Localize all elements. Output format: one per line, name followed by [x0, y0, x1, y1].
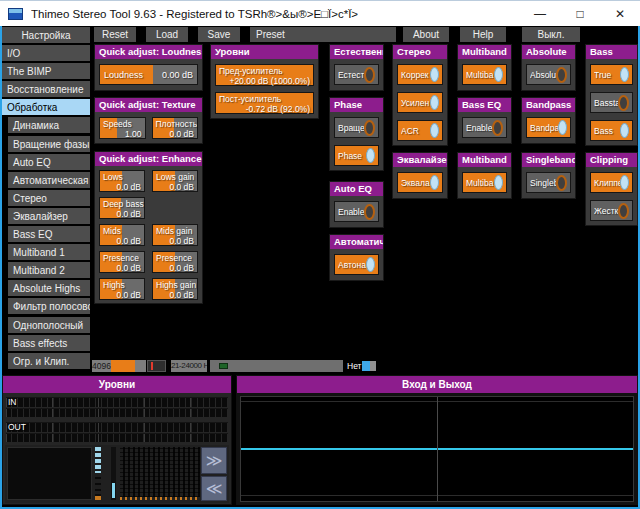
toggle-knob [618, 203, 629, 219]
window-controls: — □ ✕ [520, 1, 640, 26]
lows-gain-slider[interactable]: Lows gain 0.0 dB [152, 170, 198, 192]
scroll-right-button[interactable]: ≫ [201, 447, 227, 474]
highs-gain-slider[interactable]: Highs gain 0.0 dB [152, 278, 198, 300]
panel-title: Уровни [3, 376, 231, 393]
natural-toggle[interactable]: Естест [334, 64, 379, 85]
peak-mark [151, 362, 153, 370]
level-meter-vertical [95, 447, 101, 500]
loudness-slider[interactable]: Loudness 0.00 dB [99, 64, 198, 85]
equalizer-toggle[interactable]: Эквала [397, 172, 443, 193]
sidebar-item-absolute-highs[interactable]: Absolute Highs [8, 280, 90, 296]
cpu-bar [210, 360, 343, 372]
pre-amplifier-button[interactable]: Пред-усилитель +20.00 dB (1000.0%) [215, 64, 314, 86]
out-meter-row-2 [6, 433, 228, 442]
automatic-toggle[interactable]: Автона [334, 254, 379, 275]
peak-indicator [147, 360, 166, 372]
presence-gain-slider[interactable]: Presence 0.0 dB [152, 251, 198, 273]
toggle-knob [556, 175, 567, 191]
multiband-mid-toggle[interactable]: Multiba [462, 172, 507, 193]
reset-button[interactable]: Reset [94, 27, 136, 42]
panel-title: Bass EQ [458, 98, 511, 112]
help-button[interactable]: Help [460, 27, 506, 42]
meter-inset-box [7, 447, 92, 500]
hard-clip-toggle[interactable]: Жестко [590, 200, 633, 221]
phase-rotate-toggle[interactable]: Вращен [334, 117, 379, 138]
sidebar-item-io[interactable]: I/O [2, 45, 90, 61]
basstar-toggle[interactable]: Basstar [590, 92, 633, 113]
phase-toggle[interactable]: Phase [334, 145, 379, 166]
toggle-knob [366, 148, 375, 163]
save-button[interactable]: Save [198, 27, 240, 42]
chevron-right-icon: ≫ [206, 451, 223, 470]
auto-eq-enable-toggle[interactable]: Enable [334, 201, 379, 222]
bandpass-toggle[interactable]: Bandpa [526, 117, 571, 138]
panel-title: Quick adjust: Enhance [95, 152, 202, 166]
stereo-boost-toggle[interactable]: Усилен [397, 92, 443, 113]
bass-toggle[interactable]: Bass [590, 120, 633, 141]
density-slider[interactable]: Плотность 0.0 dB [152, 117, 199, 139]
bass-eq-enable-toggle[interactable]: Enable [462, 117, 507, 138]
slider-fill [111, 360, 135, 372]
close-icon[interactable]: ✕ [600, 1, 640, 26]
buffer-slider[interactable] [111, 360, 146, 372]
highs-slider[interactable]: Highs 0.0 dB [99, 278, 145, 300]
clipper-toggle[interactable]: Клиппе [590, 172, 633, 193]
multiband-top-toggle[interactable]: Multiba [462, 64, 507, 85]
singleband-toggle[interactable]: Singleb [526, 172, 571, 193]
panel-title: Auto EQ [330, 182, 383, 196]
post-amplifier-button[interactable]: Пост-усилитель -0.72 dB (92.0%) [215, 92, 314, 114]
lows-slider[interactable]: Lows 0.0 dB [99, 170, 145, 192]
panel-stereo: Стерео Коррек Усилен ACR [392, 44, 448, 146]
activity-indicator [219, 363, 228, 369]
about-button[interactable]: About [403, 27, 449, 42]
sidebar-item-dynamics[interactable]: Динамика [8, 117, 90, 133]
sidebar-item-automatic[interactable]: Автоматическая [8, 172, 90, 188]
mids-gain-slider[interactable]: Mids gain 0.0 dB [152, 224, 198, 246]
sidebar-item-restoration[interactable]: Восстановление [2, 81, 90, 97]
off-button[interactable]: Выкл. [522, 27, 580, 42]
panel-title: Эквалайзер [393, 153, 447, 167]
sidebar-item-phase-rotation[interactable]: Вращение фазы [8, 136, 90, 152]
slider-value: 1.00 [103, 129, 142, 139]
toggle-knob [494, 175, 503, 190]
preset-button[interactable]: Preset [250, 27, 396, 42]
toggle-knob [620, 67, 629, 82]
speeds-slider[interactable]: Speeds 1.00 [99, 117, 146, 139]
toggle-knob [366, 257, 375, 272]
scope-display [240, 396, 634, 502]
fader-fill [112, 483, 115, 498]
minimize-icon[interactable]: — [520, 1, 560, 26]
scroll-left-button[interactable]: ≪ [201, 476, 227, 501]
sidebar-item-bass-eq[interactable]: Bass EQ [8, 226, 90, 242]
sidebar-item-equalizer[interactable]: Эквалайзер [8, 208, 90, 224]
sidebar-item-singleband[interactable]: Однополосный [8, 317, 90, 333]
sidebar-item-auto-eq[interactable]: Auto EQ [8, 154, 90, 170]
sidebar-item-processing-selected[interactable]: Обработка [2, 99, 90, 115]
load-button[interactable]: Load [146, 27, 188, 42]
toggle-knob [558, 120, 567, 135]
deep-bass-slider[interactable]: Deep bass 0.0 dB [99, 197, 145, 219]
meter-track [95, 473, 101, 494]
band-meter-section: ≫ ≪ [5, 445, 229, 503]
toggle-knob [620, 175, 629, 190]
stereo-correct-toggle[interactable]: Коррек [397, 64, 443, 85]
sidebar-item-bass-effects[interactable]: Bass effects [8, 335, 90, 351]
sidebar-item-multiband-2[interactable]: Multiband 2 [8, 262, 90, 278]
absolute-toggle[interactable]: Absolut [526, 64, 571, 85]
slider-label: Speeds [103, 119, 142, 129]
sidebar-item-the-bimp[interactable]: The BIMP [2, 63, 90, 79]
sidebar-item-stereo[interactable]: Стерео [8, 190, 90, 206]
acr-toggle[interactable]: ACR [397, 120, 443, 141]
net-toggle[interactable] [362, 361, 376, 371]
presence-slider[interactable]: Presence 0.0 dB [99, 251, 145, 273]
mids-slider[interactable]: Mids 0.0 dB [99, 224, 145, 246]
sidebar-item-multiband-1[interactable]: Multiband 1 [8, 244, 90, 260]
maximize-icon[interactable]: □ [560, 1, 600, 26]
toggle-knob [430, 175, 439, 190]
gain-fader[interactable] [111, 447, 116, 500]
panel-title: Уровни [211, 45, 318, 59]
panel-phase: Phase Вращен Phase [329, 97, 384, 171]
slider-label: Плотность [156, 119, 195, 129]
sidebar-item-bandpass-filter[interactable]: Фильтр полосовой [8, 298, 90, 314]
true-bass-toggle[interactable]: True [590, 64, 633, 85]
